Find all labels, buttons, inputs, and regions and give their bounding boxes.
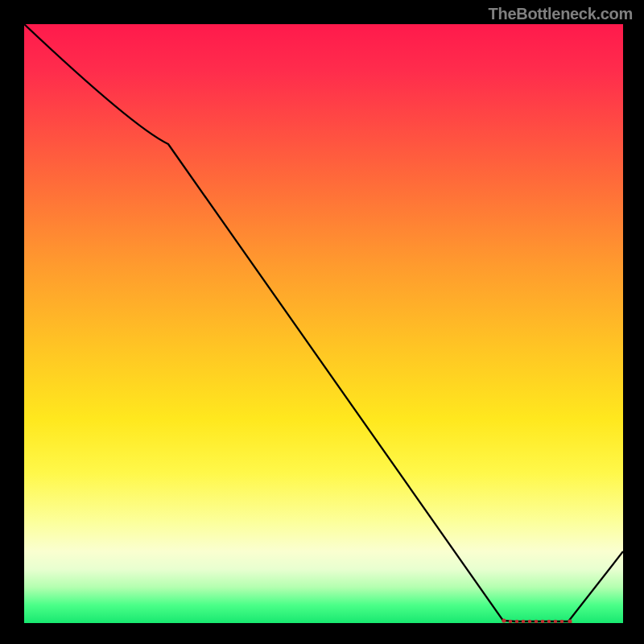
chart-container: TheBottleneck.com: [0, 0, 644, 644]
svg-point-6: [541, 620, 544, 623]
svg-point-7: [547, 620, 551, 623]
watermark-text: TheBottleneck.com: [489, 5, 633, 23]
svg-point-1: [509, 620, 512, 623]
svg-point-0: [502, 618, 506, 622]
svg-point-9: [560, 620, 564, 623]
svg-point-2: [515, 620, 518, 623]
svg-point-5: [535, 620, 538, 623]
svg-point-4: [528, 620, 531, 623]
plot-area: [24, 24, 623, 623]
svg-point-8: [554, 620, 557, 623]
svg-point-3: [522, 620, 525, 623]
bottleneck-curve: [24, 24, 623, 621]
chart-svg: [24, 24, 623, 623]
